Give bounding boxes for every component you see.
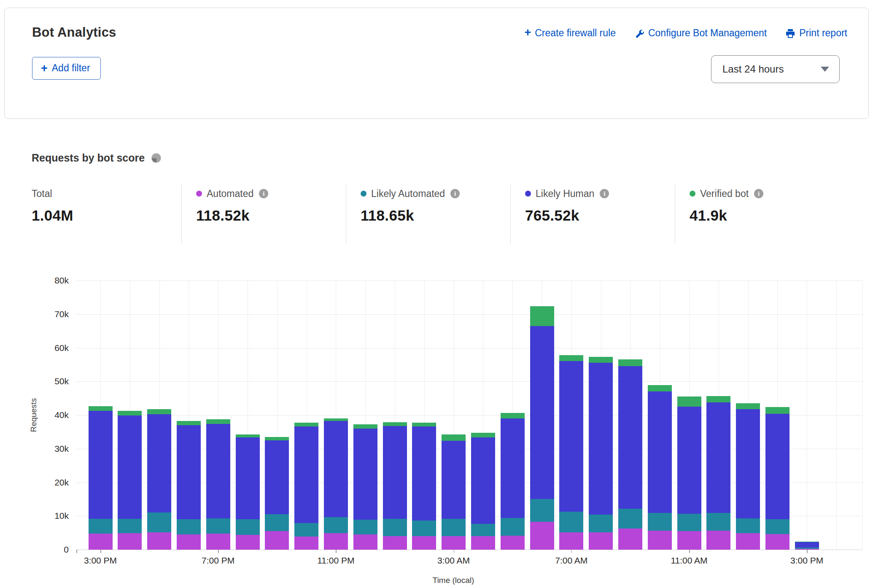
bar-12-00-am[interactable] [353, 424, 377, 550]
bar-segment-automated[interactable] [89, 534, 113, 550]
bar-segment-likely_automated[interactable] [412, 521, 436, 536]
info-icon[interactable]: i [259, 189, 268, 198]
bar-segment-likely_automated[interactable] [206, 518, 230, 534]
bar-10-00-am[interactable] [648, 385, 672, 550]
bar-segment-likely_human[interactable] [265, 440, 289, 514]
bar-segment-likely_automated[interactable] [89, 519, 113, 534]
bar-segment-likely_human[interactable] [589, 363, 613, 515]
bar-segment-likely_automated[interactable] [471, 524, 495, 537]
bar-segment-automated[interactable] [177, 534, 201, 550]
bar-1-00-pm[interactable] [736, 403, 760, 550]
bar-segment-verified_bot[interactable] [765, 407, 789, 414]
bar-segment-likely_human[interactable] [736, 409, 760, 518]
bar-3-00-pm[interactable] [795, 542, 819, 550]
bar-segment-likely_human[interactable] [795, 542, 819, 548]
bar-segment-verified_bot[interactable] [501, 413, 525, 418]
info-icon[interactable]: i [754, 189, 763, 198]
bar-segment-automated[interactable] [706, 531, 730, 550]
bar-segment-automated[interactable] [236, 535, 260, 550]
bar-8-00-pm[interactable] [236, 434, 260, 550]
bar-segment-verified_bot[interactable] [206, 419, 230, 423]
bar-segment-likely_human[interactable] [206, 424, 230, 518]
bar-2-00-am[interactable] [412, 423, 436, 550]
bar-segment-likely_human[interactable] [559, 361, 583, 511]
bar-segment-automated[interactable] [324, 533, 348, 550]
bar-6-00-am[interactable] [530, 306, 554, 550]
bar-segment-likely_automated[interactable] [648, 513, 672, 530]
bar-segment-verified_bot[interactable] [236, 434, 260, 438]
bar-segment-likely_human[interactable] [236, 437, 260, 519]
bar-segment-verified_bot[interactable] [648, 385, 672, 391]
bar-segment-verified_bot[interactable] [177, 421, 201, 425]
bar-segment-likely_automated[interactable] [118, 519, 142, 533]
bar-segment-automated[interactable] [118, 533, 142, 550]
bar-segment-verified_bot[interactable] [412, 423, 436, 427]
bar-segment-likely_automated[interactable] [618, 509, 642, 529]
bar-segment-likely_automated[interactable] [706, 513, 730, 531]
bar-segment-automated[interactable] [383, 536, 407, 550]
bar-segment-automated[interactable] [736, 533, 760, 550]
bar-segment-likely_automated[interactable] [677, 514, 701, 531]
bar-segment-likely_automated[interactable] [177, 519, 201, 534]
bar-2-00-pm[interactable] [765, 407, 789, 550]
bar-segment-verified_bot[interactable] [353, 424, 377, 429]
bar-segment-automated[interactable] [294, 537, 318, 550]
bar-segment-automated[interactable] [530, 522, 554, 550]
bar-3-00-pm[interactable] [89, 406, 113, 550]
bar-segment-verified_bot[interactable] [383, 422, 407, 426]
bar-segment-verified_bot[interactable] [265, 437, 289, 440]
bar-segment-likely_automated[interactable] [265, 514, 289, 531]
bar-segment-likely_automated[interactable] [589, 515, 613, 532]
bar-9-00-am[interactable] [618, 359, 642, 550]
action-link-configure-bot-management[interactable]: Configure Bot Management [634, 27, 767, 39]
bar-segment-likely_human[interactable] [648, 391, 672, 513]
action-link-create-firewall-rule[interactable]: +Create firewall rule [524, 27, 616, 39]
bar-segment-verified_bot[interactable] [89, 406, 113, 410]
bar-segment-likely_human[interactable] [324, 421, 348, 517]
bar-segment-likely_human[interactable] [412, 426, 436, 521]
bar-segment-likely_automated[interactable] [501, 518, 525, 536]
bar-segment-likely_human[interactable] [677, 407, 701, 514]
bar-segment-likely_automated[interactable] [294, 523, 318, 537]
bar-segment-likely_human[interactable] [118, 415, 142, 519]
bar-segment-likely_human[interactable] [294, 426, 318, 523]
bar-segment-automated[interactable] [353, 534, 377, 550]
info-icon[interactable]: i [600, 189, 609, 198]
time-range-dropdown[interactable]: Last 24 hours [711, 55, 840, 83]
bar-segment-likely_human[interactable] [530, 326, 554, 499]
bar-segment-automated[interactable] [412, 536, 436, 550]
action-link-print-report[interactable]: Print report [785, 27, 847, 39]
bar-segment-likely_automated[interactable] [559, 512, 583, 532]
bar-segment-likely_automated[interactable] [765, 519, 789, 534]
bar-segment-automated[interactable] [206, 534, 230, 550]
bar-segment-automated[interactable] [471, 536, 495, 550]
bar-segment-automated[interactable] [265, 531, 289, 550]
bar-segment-automated[interactable] [765, 534, 789, 550]
bar-8-00-am[interactable] [589, 357, 613, 550]
bar-segment-verified_bot[interactable] [706, 396, 730, 402]
bar-5-00-pm[interactable] [147, 409, 171, 550]
bar-segment-likely_automated[interactable] [147, 512, 171, 532]
bar-segment-verified_bot[interactable] [589, 357, 613, 363]
bar-segment-likely_human[interactable] [353, 429, 377, 520]
add-filter-button[interactable]: + Add filter [32, 57, 101, 80]
bar-segment-verified_bot[interactable] [618, 359, 642, 366]
bar-segment-likely_automated[interactable] [383, 519, 407, 536]
bar-9-00-pm[interactable] [265, 437, 289, 550]
bar-segment-automated[interactable] [618, 529, 642, 550]
bar-segment-likely_human[interactable] [706, 402, 730, 513]
bar-segment-verified_bot[interactable] [294, 423, 318, 427]
bar-segment-likely_human[interactable] [471, 437, 495, 524]
bar-segment-likely_human[interactable] [618, 366, 642, 509]
bar-segment-likely_human[interactable] [442, 441, 466, 519]
bar-segment-likely_automated[interactable] [736, 518, 760, 533]
bar-7-00-pm[interactable] [206, 419, 230, 550]
bar-segment-automated[interactable] [559, 532, 583, 550]
bar-segment-likely_human[interactable] [501, 418, 525, 518]
bar-4-00-pm[interactable] [118, 411, 142, 550]
bar-segment-automated[interactable] [677, 531, 701, 550]
bar-segment-likely_human[interactable] [765, 414, 789, 519]
bar-segment-likely_automated[interactable] [530, 499, 554, 521]
bar-11-00-am[interactable] [677, 396, 701, 550]
bar-segment-verified_bot[interactable] [736, 403, 760, 409]
